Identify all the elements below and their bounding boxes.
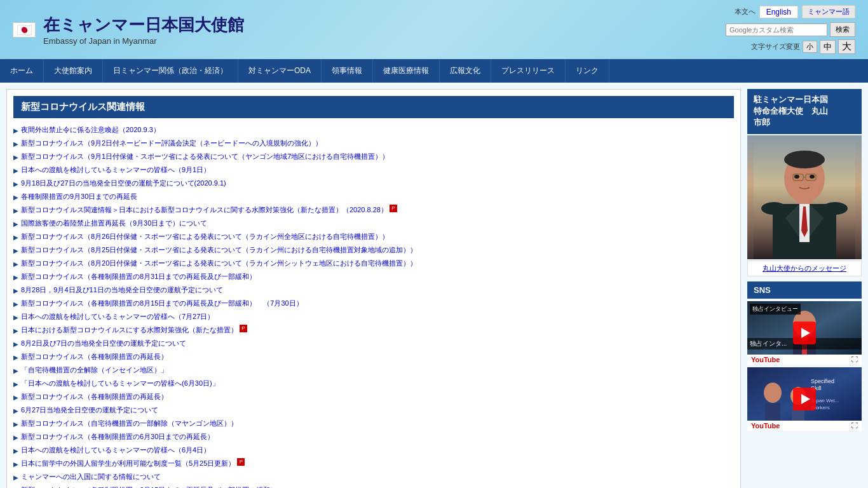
video-thumb-1[interactable]: 独占インタビュー 独占インタ... YouTube ⛶	[747, 301, 862, 365]
news-link[interactable]: 新型コロナウイルス（各種制限措置の8月31日までの再延長及び一部緩和）	[21, 271, 256, 282]
news-link[interactable]: 新型コロナウイルス（8月25日付保健・スポーツ省による発表について（ラカイン州に…	[21, 245, 417, 255]
nav-culture[interactable]: 広報文化	[440, 59, 491, 83]
search-button[interactable]: 検索	[830, 22, 855, 37]
news-link[interactable]: 新型コロナウイルス（各種制限措置の再延長）	[21, 351, 168, 362]
svg-point-12	[822, 202, 848, 215]
myanmar-lang-button[interactable]: ミャンマー語	[802, 5, 855, 18]
attachment-icon: P	[237, 458, 245, 466]
news-bullet-icon: ▶	[13, 473, 18, 482]
youtube-logo: YouTube	[751, 356, 780, 363]
font-size-row: 文字サイズ変更 小 中 大	[726, 39, 855, 54]
news-bullet-icon: ▶	[13, 273, 18, 282]
news-link[interactable]: 日本に留学中の外国人留学生が利用可能な制度一覧（5月25日更新）	[21, 458, 235, 469]
news-item: ▶新型コロナウイルス（各種制限措置の再延長）	[13, 390, 734, 403]
news-link[interactable]: 新型コロナウイルス（8月20日付保健・スポーツ省による発表について（ラカイン州シ…	[21, 258, 417, 269]
news-link[interactable]: 新型コロナウイルス関連情報＞日本における新型コロナウイルスに関する水際対策強化（…	[21, 205, 388, 215]
news-item: ▶日本に留学中の外国人留学生が利用可能な制度一覧（5月25日更新）P	[13, 457, 734, 470]
video-thumb-2[interactable]: Specified Skill Japan Wel... Workers You…	[747, 367, 862, 431]
news-bullet-icon: ▶	[13, 259, 18, 269]
attachment-icon: P	[240, 325, 247, 332]
video-play-button-2[interactable]	[793, 388, 816, 410]
ambassador-title: 駐ミャンマー日本国特命全権大使 丸山市郎	[747, 89, 862, 134]
news-bullet-icon: ▶	[13, 379, 18, 389]
news-link[interactable]: 8月28日，9月4日及び11日の当地発全日空便の運航予定について	[21, 285, 223, 295]
news-link[interactable]: 新型コロナウイルス（8月26日付保健・スポーツ省による発表について（ラカイン州全…	[21, 231, 389, 242]
news-link[interactable]: 日本への渡航を検討しているミャンマーの皆様へ（7月27日）	[21, 311, 214, 322]
news-item: ▶6月27日当地発全日空便の運航予定について	[13, 403, 734, 417]
news-item: ▶8月28日，9月4日及び11日の当地発全日空便の運航予定について	[13, 283, 734, 297]
page-header: 🇯🇵 在ミャンマー日本国大使館 Embassy of Japan in Myan…	[0, 0, 868, 59]
youtube-bar-2: YouTube ⛶	[747, 421, 862, 431]
nav-consular[interactable]: 領事情報	[322, 59, 373, 83]
news-link[interactable]: 「日本への渡航を検討しているミャンマーの皆様へ(6月30日)」	[21, 378, 219, 389]
news-link[interactable]: 「自宅待機措置の全解除（インセイン地区）」	[21, 365, 168, 376]
nav-embassy-info[interactable]: 大使館案内	[44, 59, 103, 83]
news-item: ▶新型コロナウイルス（自宅待機措置の一部解除（マヤンゴン地区））	[13, 417, 734, 430]
font-small-button[interactable]: 小	[803, 41, 817, 53]
news-link[interactable]: 新型コロナウイルス（自宅待機措置の一部解除（マヤンゴン地区））	[21, 418, 238, 429]
news-item: ▶新型コロナウイルス（9月2日付ネービードー評議会決定（ネービードーへの入境規制…	[13, 137, 734, 150]
svg-point-4	[794, 175, 799, 179]
video-badge-1: 独占インタビュー	[750, 304, 801, 315]
news-link[interactable]: 6月27日当地発全日空便の運航予定について	[21, 405, 158, 416]
nav-oda[interactable]: 対ミャンマーODA	[238, 59, 322, 83]
font-large-button[interactable]: 大	[838, 39, 855, 54]
news-link[interactable]: 日本への渡航を検討しているミャンマーの皆様へ（6月4日）	[21, 445, 210, 456]
nav-health[interactable]: 健康医療情報	[373, 59, 440, 83]
news-bullet-icon: ▶	[13, 152, 18, 162]
news-link[interactable]: 新型コロナウイルス（各種制限措置の再延長）	[21, 391, 168, 402]
news-bullet-icon: ▶	[13, 246, 18, 255]
site-branding: 在ミャンマー日本国大使館 Embassy of Japan in Myanmar	[43, 14, 244, 46]
header-right: 本文へ English ミャンマー語 検索 文字サイズ変更 小 中 大	[726, 5, 855, 54]
news-link[interactable]: 新型コロナウイルス（9月2日付ネービードー評議会決定（ネービードーへの入境規制の…	[21, 138, 322, 149]
section-title: 新型コロナウイルス関連情報	[13, 96, 734, 118]
ambassador-message-link[interactable]: 丸山大使からのメッセージ	[747, 261, 862, 276]
expand-icon[interactable]: ⛶	[851, 356, 858, 363]
nav-home[interactable]: ホーム	[0, 59, 44, 83]
main-navigation: ホーム 大使館案内 日ミャンマー関係（政治・経済） 対ミャンマーODA 領事情報…	[0, 59, 868, 83]
news-link[interactable]: 新型コロナウイルス（9月1日付保健・スポーツ省による発表について（ヤンゴン地域7…	[21, 151, 389, 162]
news-item: ▶国際旅客便の着陸禁止措置再延長（9月30日まで）について	[13, 217, 734, 230]
news-item: ▶新型コロナウイルス（各種制限措置の8月31日までの再延長及び一部緩和）	[13, 270, 734, 283]
news-link[interactable]: 新型コロナウイルス（各種制限措置の8月15日までの再延長及び一部緩和） （7月3…	[21, 298, 303, 309]
nav-press[interactable]: プレスリリース	[491, 59, 566, 83]
news-bullet-icon: ▶	[13, 299, 18, 309]
news-bullet-icon: ▶	[13, 206, 18, 215]
news-item: ▶新型コロナウイルス（各種制限措置の再延長）	[13, 350, 734, 363]
youtube-logo-2: YouTube	[751, 422, 780, 430]
svg-point-18	[764, 383, 782, 403]
news-item: ▶新型コロナウイルス（各種制限措置の6月30日までの再延長）	[13, 430, 734, 444]
video-play-button-1[interactable]	[793, 322, 816, 344]
news-bullet-icon: ▶	[13, 126, 18, 135]
news-link[interactable]: 国際旅客便の着陸禁止措置再延長（9月30日まで）について	[21, 218, 207, 229]
news-item: ▶「自宅待機措置の全解除（インセイン地区）」	[13, 363, 734, 377]
news-item: ▶日本における新型コロナウイルスにする水際対策強化（新たな措置）P	[13, 323, 734, 337]
news-item: ▶新型コロナウイルス（8月26日付保健・スポーツ省による発表について（ラカイン州…	[13, 230, 734, 243]
english-lang-button[interactable]: English	[759, 6, 798, 18]
news-link[interactable]: 8月2日及び7日の当地発全日空便の運航予定について	[21, 338, 186, 349]
news-item: ▶日本への渡航を検討しているミャンマーの皆様へ（9月1日）	[13, 163, 734, 177]
svg-point-5	[810, 175, 815, 179]
news-item: ▶新型コロナウイルス（各種制限措置の6月15日までの再延長及び一部措置の緩和）	[13, 484, 734, 488]
news-bullet-icon: ▶	[13, 139, 18, 149]
nav-japan-myanmar-relations[interactable]: 日ミャンマー関係（政治・経済）	[103, 59, 238, 83]
news-link[interactable]: ミャンマーへの出入国に関する情報について	[21, 471, 161, 482]
search-input[interactable]	[726, 24, 827, 36]
news-list: ▶夜間外出禁止令に係る注意喚起（2020.9.3）▶新型コロナウイルス（9月2日…	[13, 123, 734, 488]
news-bullet-icon: ▶	[13, 339, 18, 349]
news-link[interactable]: 9月18日及び27日の当地発全日空便の運航予定について(2020.9.1)	[21, 178, 226, 189]
news-item: ▶夜間外出禁止令に係る注意喚起（2020.9.3）	[13, 123, 734, 137]
font-mid-button[interactable]: 中	[820, 40, 836, 54]
news-link[interactable]: 各種制限措置の9月30日までの再延長	[21, 191, 137, 202]
news-link[interactable]: 夜間外出禁止令に係る注意喚起（2020.9.3）	[21, 125, 160, 135]
honbun-label: 本文へ	[735, 7, 756, 17]
news-item: ▶新型コロナウイルス関連情報＞日本における新型コロナウイルスに関する水際対策強化…	[13, 203, 734, 217]
news-bullet-icon: ▶	[13, 286, 18, 295]
news-bullet-icon: ▶	[13, 406, 18, 416]
nav-links[interactable]: リンク	[566, 59, 609, 83]
expand-icon-2[interactable]: ⛶	[851, 422, 858, 429]
news-link[interactable]: 新型コロナウイルス（各種制限措置の6月15日までの再延長及び一部措置の緩和）	[21, 485, 277, 488]
news-link[interactable]: 日本への渡航を検討しているミャンマーの皆様へ（9月1日）	[21, 165, 210, 175]
news-link[interactable]: 新型コロナウイルス（各種制限措置の6月30日までの再延長）	[21, 431, 214, 442]
news-link[interactable]: 日本における新型コロナウイルスにする水際対策強化（新たな措置）	[21, 325, 238, 336]
